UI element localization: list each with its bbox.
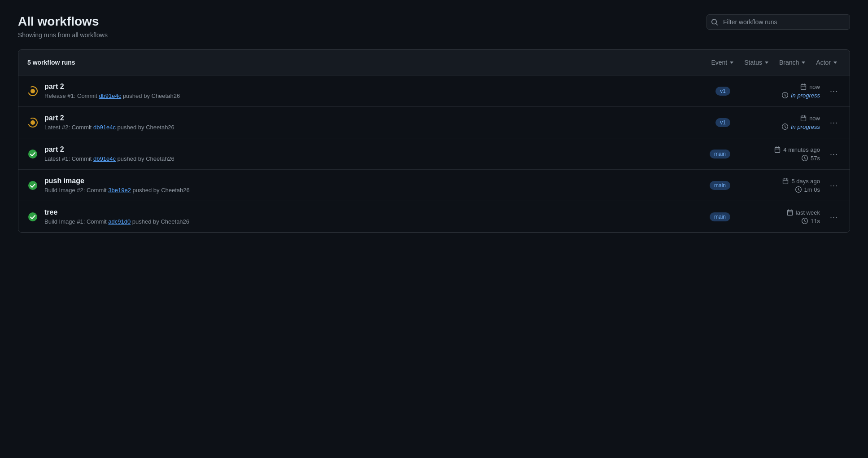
branch-filter-chevron-icon	[802, 62, 805, 64]
workflow-meta: 5 days ago 1m 0s	[748, 178, 820, 193]
run-time: last week	[787, 209, 820, 216]
commit-link[interactable]: db91e4c	[93, 124, 116, 131]
status-filter-button[interactable]: Status	[741, 57, 772, 68]
workflow-info: tree Build Image #1: Commit adc91d0 push…	[44, 208, 692, 225]
workflow-info: part 2 Release #1: Commit db91e4c pushed…	[44, 83, 698, 99]
status-filter-label: Status	[744, 59, 762, 66]
page-subtitle: Showing runs from all workflows	[18, 31, 108, 39]
workflow-detail: Build Image #2: Commit 3be19e2 pushed by…	[44, 187, 692, 194]
more-options-button[interactable]: ···	[827, 117, 841, 128]
run-duration-label: In progress	[791, 123, 820, 130]
workflow-meta: now In progress	[748, 115, 820, 130]
more-options-button[interactable]: ···	[827, 148, 841, 160]
search-container	[707, 14, 850, 30]
clock-icon	[782, 123, 788, 130]
run-time: 4 minutes ago	[774, 146, 820, 153]
workflow-meta: now In progress	[748, 84, 820, 99]
workflow-info: part 2 Latest #1: Commit db91e4c pushed …	[44, 145, 692, 162]
run-duration-label: 57s	[811, 155, 820, 162]
commit-link[interactable]: 3be19e2	[108, 187, 131, 194]
workflow-name: tree	[44, 208, 692, 216]
run-duration-label: 11s	[811, 218, 820, 225]
run-time-label: 5 days ago	[791, 178, 820, 185]
commit-link[interactable]: db91e4c	[99, 92, 121, 99]
svg-point-1	[31, 89, 35, 93]
workflow-meta: 4 minutes ago 57s	[748, 146, 820, 162]
workflow-detail: Build Image #1: Commit adc91d0 pushed by…	[44, 218, 692, 225]
run-time: now	[800, 84, 820, 90]
actor-filter-label: Actor	[816, 59, 831, 66]
run-time-label: now	[809, 84, 820, 90]
branch-filter-label: Branch	[779, 59, 799, 66]
branch-badge: v1	[715, 118, 730, 127]
run-time-label: now	[809, 115, 820, 122]
commit-link[interactable]: db91e4c	[93, 155, 116, 162]
workflow-detail: Latest #1: Commit db91e4c pushed by Chee…	[44, 155, 692, 162]
branch-badge: main	[710, 150, 730, 159]
calendar-icon	[782, 178, 789, 184]
workflow-name: part 2	[44, 114, 698, 122]
branch-badge: main	[710, 212, 730, 221]
workflow-name: push image	[44, 177, 692, 185]
status-icon	[27, 117, 38, 128]
event-filter-button[interactable]: Event	[707, 57, 737, 68]
status-icon	[27, 86, 38, 97]
svg-point-5	[28, 181, 37, 190]
calendar-icon	[800, 84, 807, 90]
title-block: All workflows Showing runs from all work…	[18, 14, 108, 39]
run-time: 5 days ago	[782, 178, 820, 185]
calendar-icon	[774, 146, 781, 153]
calendar-icon	[800, 115, 807, 121]
event-filter-chevron-icon	[730, 62, 733, 64]
filter-buttons: Event Status Branch Actor	[707, 57, 841, 68]
page-container: All workflows Showing runs from all work…	[0, 0, 868, 247]
workflow-detail: Release #1: Commit db91e4c pushed by Che…	[44, 92, 698, 99]
svg-point-3	[31, 120, 35, 125]
more-options-button[interactable]: ···	[827, 85, 841, 97]
page-title: All workflows	[18, 14, 108, 29]
branch-filter-button[interactable]: Branch	[776, 57, 809, 68]
page-header: All workflows Showing runs from all work…	[18, 14, 850, 39]
table-row[interactable]: push image Build Image #2: Commit 3be19e…	[18, 170, 850, 201]
workflow-info: part 2 Latest #2: Commit db91e4c pushed …	[44, 114, 698, 131]
run-time-label: last week	[796, 209, 820, 216]
workflows-container: 5 workflow runs Event Status Branch Acto…	[18, 49, 850, 233]
workflow-name: part 2	[44, 145, 692, 154]
run-duration: In progress	[782, 123, 820, 130]
table-row[interactable]: tree Build Image #1: Commit adc91d0 push…	[18, 201, 850, 232]
run-duration: 11s	[802, 218, 820, 225]
search-input[interactable]	[707, 14, 850, 30]
run-duration: 57s	[802, 155, 820, 162]
more-options-button[interactable]: ···	[827, 180, 841, 191]
svg-point-6	[28, 212, 37, 221]
clock-icon	[802, 218, 808, 224]
status-filter-chevron-icon	[765, 62, 768, 64]
table-row[interactable]: part 2 Latest #2: Commit db91e4c pushed …	[18, 107, 850, 138]
actor-filter-chevron-icon	[833, 62, 837, 64]
run-duration: 1m 0s	[795, 186, 820, 193]
status-icon	[27, 211, 38, 222]
table-row[interactable]: part 2 Release #1: Commit db91e4c pushed…	[18, 75, 850, 107]
branch-badge: main	[710, 181, 730, 190]
actor-filter-button[interactable]: Actor	[812, 57, 841, 68]
workflow-list: part 2 Release #1: Commit db91e4c pushed…	[18, 75, 850, 232]
workflow-info: push image Build Image #2: Commit 3be19e…	[44, 177, 692, 194]
clock-icon	[795, 186, 802, 193]
more-options-button[interactable]: ···	[827, 211, 841, 223]
clock-icon	[802, 155, 808, 161]
clock-icon	[782, 92, 788, 98]
run-duration-label: 1m 0s	[804, 186, 820, 193]
run-time-label: 4 minutes ago	[783, 146, 820, 153]
workflow-detail: Latest #2: Commit db91e4c pushed by Chee…	[44, 124, 698, 131]
table-row[interactable]: part 2 Latest #1: Commit db91e4c pushed …	[18, 138, 850, 170]
run-duration-label: In progress	[791, 92, 820, 99]
workflows-header: 5 workflow runs Event Status Branch Acto…	[18, 50, 850, 75]
workflow-meta: last week 11s	[748, 209, 820, 225]
workflows-count: 5 workflow runs	[27, 59, 75, 66]
event-filter-label: Event	[711, 59, 727, 66]
workflow-name: part 2	[44, 83, 698, 91]
commit-link[interactable]: adc91d0	[108, 218, 131, 225]
calendar-icon	[787, 209, 793, 216]
branch-badge: v1	[715, 87, 730, 96]
run-duration: In progress	[782, 92, 820, 99]
